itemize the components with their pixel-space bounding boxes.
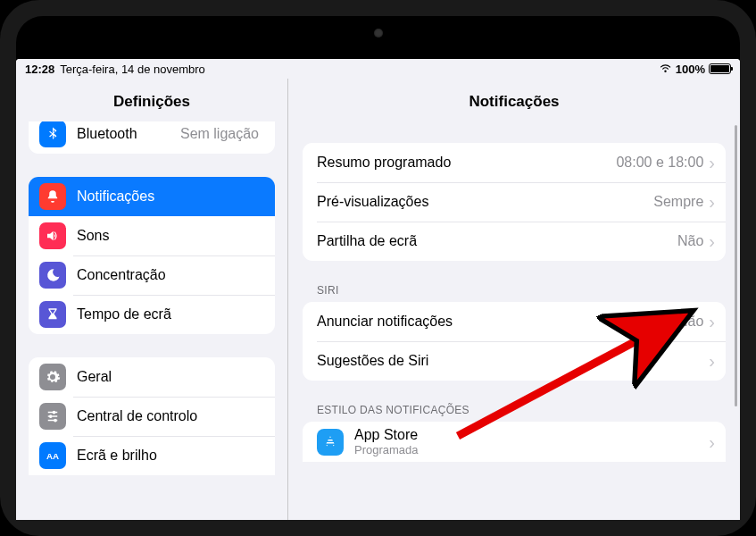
row-label: Concentração xyxy=(77,267,264,283)
sidebar-item-central-controlo[interactable]: Central de controlo xyxy=(29,397,275,436)
svg-point-1 xyxy=(50,415,52,417)
hourglass-icon xyxy=(39,301,66,328)
row-label: Sugestões de Siri xyxy=(317,353,709,369)
sliders-icon xyxy=(39,403,66,430)
scrollbar[interactable] xyxy=(735,125,737,516)
row-value: Não xyxy=(677,233,703,249)
row-value: Sempre xyxy=(653,194,703,210)
aa-icon: AA xyxy=(39,442,66,469)
wifi-icon xyxy=(659,63,672,76)
front-camera xyxy=(374,29,383,38)
row-label: Resumo programado xyxy=(317,155,616,171)
chevron-right-icon: › xyxy=(709,433,715,451)
speaker-icon xyxy=(39,222,66,249)
svg-text:AA: AA xyxy=(46,451,59,461)
chevron-right-icon: › xyxy=(709,313,715,331)
sidebar-group-connectivity: Bluetooth Sem ligação xyxy=(29,121,275,154)
row-anunciar-notificacoes[interactable]: Anunciar notificações Não › xyxy=(303,302,726,341)
moon-icon xyxy=(39,262,66,289)
row-label: Notificações xyxy=(77,188,264,205)
svg-point-2 xyxy=(54,419,56,421)
detail-group-apps: App Store Programada › xyxy=(303,422,726,462)
section-header-estilo: ESTILO DAS NOTIFICAÇÕES xyxy=(303,398,726,422)
row-pre-visualizacoes[interactable]: Pré-visualizações Sempre › xyxy=(303,182,726,222)
row-label: Pré-visualizações xyxy=(317,194,653,210)
sidebar-title: Definições xyxy=(16,79,287,121)
bell-icon xyxy=(39,183,66,210)
row-value: Sem ligação xyxy=(180,126,259,142)
gear-icon xyxy=(39,364,66,390)
row-label: Anunciar notificações xyxy=(317,314,677,330)
sidebar-group-alerts: Notificações Sons xyxy=(29,177,275,334)
appstore-icon xyxy=(317,429,344,456)
row-label: Sons xyxy=(77,228,264,244)
svg-point-0 xyxy=(53,411,54,413)
sidebar-item-ecra-brilho[interactable]: AA Ecrã e brilho xyxy=(29,436,275,475)
row-partilha-ecra[interactable]: Partilha de ecrã Não › xyxy=(303,222,726,261)
section-header-siri: SIRI xyxy=(303,279,726,302)
row-label: Geral xyxy=(77,369,264,385)
chevron-right-icon: › xyxy=(709,232,715,250)
row-label: Ecrã e brilho xyxy=(77,448,264,464)
row-value: 08:00 e 18:00 xyxy=(616,155,703,171)
sidebar-item-bluetooth[interactable]: Bluetooth Sem ligação xyxy=(29,121,275,154)
row-label: Bluetooth xyxy=(77,126,180,142)
chevron-right-icon: › xyxy=(709,352,715,370)
sidebar-item-concentracao[interactable]: Concentração xyxy=(29,255,275,295)
sidebar-item-notificacoes[interactable]: Notificações xyxy=(29,177,275,216)
sidebar-item-geral[interactable]: Geral xyxy=(29,357,275,397)
chevron-right-icon: › xyxy=(709,193,715,211)
row-sugestoes-siri[interactable]: Sugestões de Siri › xyxy=(303,341,726,381)
row-label: Partilha de ecrã xyxy=(317,233,677,249)
app-label: App Store xyxy=(354,427,709,443)
settings-sidebar: Definições Bluetooth Sem ligação xyxy=(16,79,288,520)
sidebar-group-general: Geral Central de controlo AA xyxy=(29,357,275,475)
detail-group-siri: Anunciar notificações Não › Sugestões de… xyxy=(303,302,726,381)
row-app-store[interactable]: App Store Programada › xyxy=(303,422,726,462)
detail-group-main: Resumo programado 08:00 e 18:00 › Pré-vi… xyxy=(303,143,726,261)
bluetooth-icon xyxy=(39,121,66,147)
app-sublabel: Programada xyxy=(354,443,709,456)
row-value: Não xyxy=(677,314,703,330)
device-frame: 12:28 Terça-feira, 14 de novembro 100% D… xyxy=(0,0,756,536)
detail-pane: Notificações Resumo programado 08:00 e 1… xyxy=(288,79,740,520)
battery-percent: 100% xyxy=(676,63,705,76)
status-date: Terça-feira, 14 de novembro xyxy=(60,63,205,76)
sidebar-item-sons[interactable]: Sons xyxy=(29,216,275,255)
detail-title: Notificações xyxy=(288,79,740,121)
status-bar: 12:28 Terça-feira, 14 de novembro 100% xyxy=(16,59,740,79)
scrollbar-thumb[interactable] xyxy=(735,125,737,406)
battery-icon xyxy=(709,63,731,74)
row-label: Central de controlo xyxy=(77,408,264,424)
row-label: Tempo de ecrã xyxy=(77,306,264,322)
screen: 12:28 Terça-feira, 14 de novembro 100% D… xyxy=(16,59,740,520)
sidebar-item-tempo-ecra[interactable]: Tempo de ecrã xyxy=(29,295,275,334)
row-resumo-programado[interactable]: Resumo programado 08:00 e 18:00 › xyxy=(303,143,726,182)
status-time: 12:28 xyxy=(25,63,54,76)
device-bezel: 12:28 Terça-feira, 14 de novembro 100% D… xyxy=(16,16,740,520)
chevron-right-icon: › xyxy=(709,154,715,172)
